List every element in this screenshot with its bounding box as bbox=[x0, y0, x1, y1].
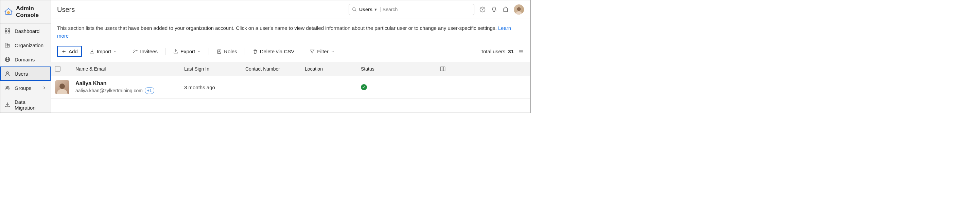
import-icon bbox=[89, 49, 95, 54]
sidebar-item-dashboard[interactable]: Dashboard bbox=[0, 24, 51, 38]
help-icon[interactable] bbox=[479, 6, 486, 13]
organization-icon bbox=[5, 42, 11, 48]
caret-down-icon: ▼ bbox=[374, 8, 377, 11]
import-button[interactable]: Import bbox=[86, 46, 121, 56]
export-icon bbox=[173, 49, 178, 54]
sidebar-item-label: Organization bbox=[14, 43, 43, 48]
plus-icon bbox=[61, 49, 67, 54]
delete-csv-button[interactable]: Delete via CSV bbox=[249, 46, 298, 56]
filter-button[interactable]: Filter bbox=[306, 46, 338, 56]
sidebar: Admin Console Dashboard Organization Dom… bbox=[0, 0, 51, 112]
sidebar-item-label: Groups bbox=[14, 85, 31, 91]
total-users: Total users: 31 bbox=[480, 49, 514, 54]
svg-line-17 bbox=[355, 10, 356, 11]
svg-point-13 bbox=[6, 71, 8, 74]
bell-icon[interactable] bbox=[491, 6, 498, 13]
group-icon bbox=[5, 85, 11, 91]
svg-rect-1 bbox=[5, 28, 7, 30]
svg-rect-3 bbox=[5, 32, 7, 33]
search-box[interactable]: Users ▼ bbox=[348, 4, 474, 15]
chevron-right-icon bbox=[42, 86, 46, 90]
svg-point-23 bbox=[134, 50, 135, 51]
col-contact[interactable]: Contact Number bbox=[245, 66, 305, 71]
sidebar-header: Admin Console bbox=[0, 0, 51, 24]
sidebar-item-organization[interactable]: Organization bbox=[0, 38, 51, 52]
svg-point-34 bbox=[59, 84, 65, 89]
search-scope-label: Users bbox=[359, 7, 372, 12]
user-email: aaliya.khan@zylkertraining.com +1 bbox=[75, 87, 184, 94]
add-button[interactable]: Add bbox=[57, 46, 82, 57]
user-row-avatar bbox=[55, 80, 69, 94]
trash-icon bbox=[253, 49, 258, 54]
svg-point-15 bbox=[8, 87, 9, 88]
search-input[interactable] bbox=[383, 7, 471, 12]
chevron-down-icon bbox=[113, 49, 117, 54]
main-content: Users Users ▼ This section bbox=[51, 0, 530, 112]
svg-point-14 bbox=[6, 86, 8, 88]
svg-point-20 bbox=[517, 7, 521, 11]
search-icon bbox=[352, 7, 357, 12]
col-location[interactable]: Location bbox=[305, 66, 361, 71]
sidebar-item-users[interactable]: Users bbox=[0, 66, 51, 81]
svg-point-16 bbox=[353, 8, 355, 11]
filter-icon bbox=[310, 49, 315, 54]
page-title: Users bbox=[57, 6, 75, 14]
roles-button[interactable]: Roles bbox=[213, 46, 240, 56]
home-icon[interactable] bbox=[502, 6, 509, 13]
svg-rect-2 bbox=[8, 28, 10, 30]
extra-email-badge[interactable]: +1 bbox=[145, 87, 154, 94]
sidebar-item-groups[interactable]: Groups bbox=[0, 81, 51, 95]
globe-icon bbox=[5, 56, 11, 62]
app-logo-icon bbox=[5, 8, 13, 16]
user-name: Aaliya Khan bbox=[75, 81, 184, 87]
invitees-button[interactable]: Invitees bbox=[129, 46, 161, 56]
svg-rect-4 bbox=[8, 32, 10, 33]
sidebar-item-data-migration[interactable]: Data Migration bbox=[0, 95, 51, 113]
col-status[interactable]: Status bbox=[361, 66, 432, 71]
dashboard-icon bbox=[5, 28, 11, 34]
export-button[interactable]: Export bbox=[170, 46, 205, 56]
svg-point-27 bbox=[219, 51, 220, 52]
sidebar-item-label: Dashboard bbox=[14, 28, 40, 34]
svg-rect-6 bbox=[7, 44, 9, 47]
user-avatar[interactable] bbox=[514, 5, 524, 14]
sidebar-item-domains[interactable]: Domains bbox=[0, 52, 51, 66]
user-icon bbox=[5, 71, 11, 77]
col-name-email[interactable]: Name & Email bbox=[75, 66, 184, 71]
chevron-down-icon bbox=[331, 49, 335, 54]
roles-icon bbox=[216, 49, 222, 54]
col-last-signin[interactable]: Last Sign In bbox=[184, 66, 245, 71]
svg-point-19 bbox=[482, 11, 483, 11]
search-scope-selector[interactable]: Users ▼ bbox=[359, 7, 380, 12]
section-description: This section lists the users that have b… bbox=[57, 24, 524, 40]
invitees-icon bbox=[132, 49, 138, 54]
svg-rect-31 bbox=[441, 67, 445, 71]
table-header: Name & Email Last Sign In Contact Number… bbox=[51, 62, 530, 76]
sidebar-item-label: Users bbox=[14, 71, 28, 77]
select-all-checkbox[interactable] bbox=[55, 66, 60, 71]
column-settings-icon[interactable] bbox=[440, 66, 446, 72]
migration-icon bbox=[5, 102, 11, 108]
density-icon[interactable] bbox=[518, 49, 524, 55]
app-title: Admin Console bbox=[16, 5, 46, 19]
chevron-down-icon bbox=[197, 49, 201, 54]
status-active-icon bbox=[361, 84, 367, 90]
toolbar: Add Import Invitees Export bbox=[57, 46, 524, 57]
topbar: Users Users ▼ bbox=[51, 0, 530, 19]
status-value bbox=[361, 84, 432, 90]
sidebar-item-label: Domains bbox=[14, 57, 35, 62]
table-row[interactable]: Aaliya Khan aaliya.khan@zylkertraining.c… bbox=[51, 76, 530, 99]
sidebar-item-label: Data Migration bbox=[14, 99, 46, 111]
last-signin-value: 3 months ago bbox=[184, 84, 245, 90]
